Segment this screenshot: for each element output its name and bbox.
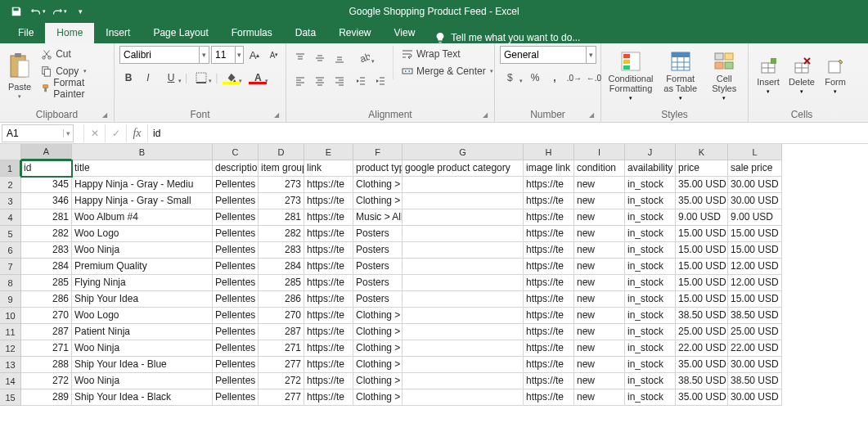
bold-button[interactable]: B <box>119 69 137 87</box>
row-header[interactable]: 5 <box>0 226 21 242</box>
cell[interactable]: sale price <box>728 160 782 177</box>
column-header[interactable]: J <box>625 144 676 160</box>
cell[interactable]: https://te <box>524 373 574 389</box>
increase-decimal-icon[interactable]: .0→ <box>565 69 583 87</box>
save-icon[interactable] <box>7 2 26 20</box>
cell[interactable]: Clothing > Hoodies <box>353 324 403 340</box>
cell[interactable]: https://te <box>524 193 574 209</box>
cell[interactable]: 15.00 USD <box>728 291 782 308</box>
row-header[interactable]: 6 <box>0 242 21 259</box>
cell[interactable]: 22.00 USD <box>728 340 782 357</box>
cell[interactable]: Woo Album #4 <box>72 209 213 226</box>
row-header[interactable]: 11 <box>0 324 21 340</box>
font-name-combo[interactable]: ▾ <box>119 46 209 64</box>
cell[interactable] <box>403 291 524 308</box>
cell[interactable]: 38.50 USD <box>676 373 728 389</box>
cell[interactable]: new <box>574 357 625 373</box>
cell[interactable]: Posters <box>353 259 403 275</box>
cell[interactable]: https://te <box>304 308 353 324</box>
cell[interactable]: title <box>72 160 213 177</box>
cell[interactable]: Posters <box>353 291 403 308</box>
cell[interactable]: availability <box>625 160 676 177</box>
cell[interactable]: https://te <box>524 357 574 373</box>
column-header[interactable]: H <box>524 144 574 160</box>
qat-customize-icon[interactable]: ▾ <box>70 2 90 20</box>
cell[interactable]: new <box>574 193 625 209</box>
cell[interactable]: https://te <box>304 226 353 242</box>
cell[interactable]: https://te <box>304 373 353 389</box>
cell[interactable]: 281 <box>259 209 304 226</box>
cell[interactable]: Woo Logo <box>72 226 213 242</box>
cell[interactable]: 35.00 USD <box>676 177 728 193</box>
cell[interactable]: 284 <box>259 259 304 275</box>
cell[interactable]: Pellentes <box>213 308 259 324</box>
cell[interactable]: new <box>574 259 625 275</box>
tab-page-layout[interactable]: Page Layout <box>142 23 219 43</box>
spreadsheet-grid[interactable]: ABCDEFGHIJKL 1idtitledescriptionitem gro… <box>0 144 868 423</box>
name-box-input[interactable] <box>2 128 63 139</box>
cell[interactable]: Pellentes <box>213 259 259 275</box>
cell[interactable] <box>403 373 524 389</box>
align-center-icon[interactable] <box>311 72 329 90</box>
row-header[interactable]: 8 <box>0 275 21 291</box>
cell[interactable]: 282 <box>259 226 304 242</box>
fill-color-button[interactable]: ▾ <box>219 69 244 87</box>
cell[interactable]: Pellentes <box>213 389 259 406</box>
cell[interactable]: https://te <box>524 291 574 308</box>
cell[interactable]: Pellentes <box>213 177 259 193</box>
cell[interactable] <box>403 226 524 242</box>
cell[interactable]: 9.00 USD <box>676 209 728 226</box>
cell[interactable]: https://te <box>304 389 353 406</box>
clipboard-launcher-icon[interactable]: ◢ <box>101 111 109 119</box>
cell[interactable]: new <box>574 373 625 389</box>
cell[interactable] <box>403 389 524 406</box>
format-as-table-button[interactable]: Format as Table▾ <box>659 46 702 106</box>
chevron-down-icon[interactable]: ▾ <box>586 47 596 63</box>
cell[interactable]: Happy Ninja - Gray - Mediu <box>72 177 213 193</box>
cancel-formula-icon[interactable]: ✕ <box>83 124 105 142</box>
cell[interactable] <box>403 242 524 259</box>
cell[interactable] <box>403 357 524 373</box>
font-name-input[interactable] <box>120 49 199 61</box>
insert-cells-button[interactable]: Insert▾ <box>753 46 783 106</box>
select-all-corner[interactable] <box>0 144 21 160</box>
italic-button[interactable]: I <box>139 69 157 87</box>
redo-icon[interactable]: ▾ <box>49 2 69 20</box>
tab-view[interactable]: View <box>383 23 427 43</box>
cell[interactable]: 270 <box>21 308 72 324</box>
cell[interactable]: 22.00 USD <box>676 340 728 357</box>
cell[interactable]: https://te <box>524 324 574 340</box>
cell[interactable]: in_stock <box>625 226 676 242</box>
cell[interactable]: 15.00 USD <box>676 259 728 275</box>
cell[interactable]: Happy Ninja - Gray - Small <box>72 193 213 209</box>
tab-home[interactable]: Home <box>45 23 94 43</box>
cell[interactable]: 285 <box>259 275 304 291</box>
column-header[interactable]: G <box>403 144 524 160</box>
cell[interactable]: 15.00 USD <box>676 275 728 291</box>
row-header[interactable]: 13 <box>0 357 21 373</box>
paste-button[interactable]: Paste ▾ <box>5 46 34 106</box>
cell[interactable]: 286 <box>21 291 72 308</box>
cell[interactable] <box>403 193 524 209</box>
cell[interactable]: 30.00 USD <box>728 389 782 406</box>
cell[interactable]: 15.00 USD <box>728 242 782 259</box>
cell[interactable]: Clothing > Hoodies <box>353 308 403 324</box>
undo-icon[interactable]: ▾ <box>28 2 47 20</box>
border-button[interactable]: ▾ <box>189 69 214 87</box>
cell[interactable]: Posters <box>353 242 403 259</box>
cell[interactable]: in_stock <box>625 259 676 275</box>
increase-font-icon[interactable]: A▴ <box>245 46 263 64</box>
cell[interactable]: https://te <box>304 291 353 308</box>
cell[interactable]: https://te <box>524 308 574 324</box>
cell[interactable]: 289 <box>21 389 72 406</box>
cell[interactable] <box>403 324 524 340</box>
cell[interactable]: 277 <box>259 357 304 373</box>
cell[interactable]: Pellentes <box>213 209 259 226</box>
tab-data[interactable]: Data <box>284 23 327 43</box>
cell[interactable]: 284 <box>21 259 72 275</box>
cell[interactable]: 35.00 USD <box>676 193 728 209</box>
cell[interactable]: Ship Your Idea - Blue <box>72 357 213 373</box>
cell[interactable]: 15.00 USD <box>676 242 728 259</box>
column-header[interactable]: A <box>21 144 72 160</box>
font-color-button[interactable]: A▾ <box>245 69 270 87</box>
